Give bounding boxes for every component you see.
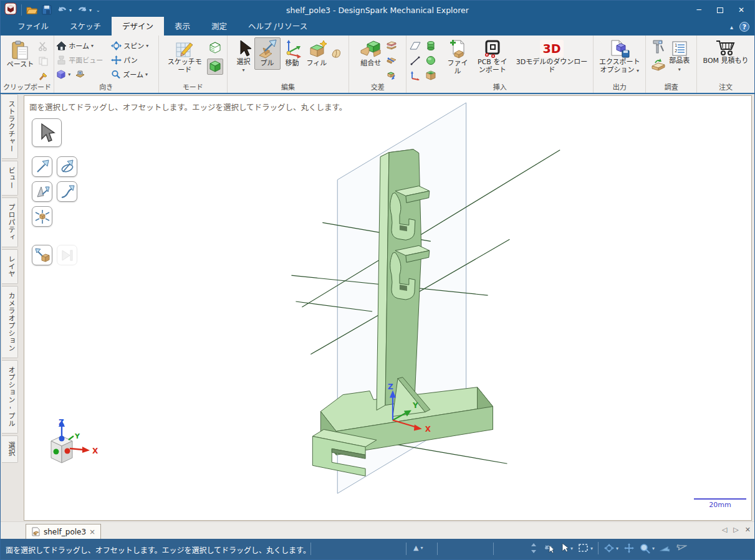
status-spinner-control[interactable] bbox=[531, 543, 537, 554]
zoom-status-dropdown-icon[interactable]: ▾ bbox=[652, 546, 655, 551]
selection-box-tool-icon[interactable]: ▾ bbox=[578, 543, 593, 553]
spin-tool-status-icon[interactable]: ▾ bbox=[604, 543, 618, 553]
construction-line[interactable] bbox=[392, 444, 507, 463]
insert-sphere-button[interactable] bbox=[424, 54, 438, 67]
previous-view-icon[interactable] bbox=[660, 543, 671, 553]
sidebar-tab-view[interactable]: ビュー bbox=[2, 161, 18, 196]
spin-button[interactable]: スピン▾ bbox=[111, 39, 156, 52]
plan-view-button[interactable]: 平面ビュー bbox=[56, 53, 111, 67]
mini-select-button[interactable] bbox=[32, 118, 62, 147]
export-options-button[interactable]: エクスポート オプション ▾ bbox=[596, 37, 643, 77]
sidebar-tab-properties[interactable]: プロパティ bbox=[2, 197, 18, 247]
prepare-analysis-button[interactable] bbox=[650, 57, 666, 73]
measure-button[interactable] bbox=[650, 39, 666, 55]
model-download-button[interactable]: 3D 3Dモデルのダウンロード bbox=[512, 37, 592, 77]
insert-axes-button[interactable] bbox=[408, 69, 422, 82]
tab-help[interactable]: ヘルプ /リソース bbox=[238, 17, 318, 36]
section-mode-button[interactable] bbox=[207, 40, 223, 56]
undo-dropdown-icon[interactable]: ▾ bbox=[69, 7, 72, 13]
orientation-triad[interactable]: Z Y X bbox=[45, 417, 113, 467]
blend-tool-button[interactable] bbox=[329, 46, 343, 60]
save-button[interactable] bbox=[42, 5, 52, 15]
bom-quote-button[interactable]: BOM 見積もり bbox=[700, 37, 752, 67]
sidebar-tab-camera-options[interactable]: カメラオプション bbox=[2, 286, 18, 358]
copy-button[interactable] bbox=[36, 54, 50, 68]
close-tab-icon[interactable]: ✕ bbox=[745, 526, 751, 534]
document-tab[interactable]: shelf_pole3 × bbox=[26, 524, 101, 539]
fill-tool-button[interactable]: フィル bbox=[304, 37, 330, 70]
select-status-dropdown-icon[interactable]: ▾ bbox=[570, 546, 573, 551]
tab-measure[interactable]: 測定 bbox=[201, 17, 238, 36]
mini-revolve-button[interactable] bbox=[57, 156, 77, 177]
redo-button[interactable]: ▾ bbox=[76, 5, 92, 15]
zoom-button[interactable]: ズーム▾ bbox=[111, 67, 156, 81]
pan-button[interactable]: パン bbox=[111, 53, 156, 67]
redo-dropdown-icon[interactable]: ▾ bbox=[89, 7, 92, 13]
document-tab-close-icon[interactable]: × bbox=[89, 528, 95, 536]
cut-button[interactable] bbox=[36, 39, 50, 53]
3d-viewport[interactable]: Z Y X 面を選択してドラッグし、オフセットします。エッジを選択してドラッグし… bbox=[24, 95, 752, 521]
solid-mode-button[interactable] bbox=[207, 59, 223, 75]
mini-pull-button[interactable] bbox=[32, 156, 52, 177]
mini-sweep-button[interactable] bbox=[57, 181, 77, 202]
sidebar-tab-layers[interactable]: レイヤ bbox=[2, 249, 18, 284]
next-tab-icon[interactable]: ▷ bbox=[733, 526, 738, 534]
mini-up-to-button[interactable] bbox=[57, 245, 77, 265]
tab-file[interactable]: ファイル bbox=[7, 17, 59, 36]
zoom-dropdown-icon[interactable]: ▾ bbox=[145, 72, 148, 77]
split-body-button[interactable] bbox=[385, 39, 398, 52]
app-logo-icon[interactable] bbox=[4, 2, 17, 17]
select-tool-button[interactable]: 選択 ▾ bbox=[233, 37, 254, 75]
select-dropdown-icon[interactable]: ▾ bbox=[243, 67, 245, 73]
mini-scale-button[interactable] bbox=[32, 206, 52, 227]
zoom-tool-status-icon[interactable]: ▾ bbox=[640, 543, 655, 554]
home-view-button[interactable]: ホーム▾ bbox=[56, 39, 111, 52]
view-cube-button[interactable]: ▾ bbox=[56, 67, 111, 81]
alert-dropdown-icon[interactable]: ▾ bbox=[420, 545, 423, 551]
format-painter-button[interactable] bbox=[36, 69, 50, 83]
undo-select-tool-icon[interactable] bbox=[542, 543, 555, 554]
undo-button[interactable]: ▾ bbox=[56, 5, 72, 15]
paste-button[interactable]: ペースト bbox=[4, 39, 36, 71]
status-alert-control[interactable]: ▲ ▾ bbox=[413, 544, 423, 552]
tab-sketch[interactable]: スケッチ bbox=[59, 17, 112, 36]
insert-plane-button[interactable] bbox=[408, 39, 422, 52]
sidebar-tab-selection[interactable]: 選択 bbox=[2, 435, 18, 463]
home-dropdown-icon[interactable]: ▾ bbox=[91, 43, 94, 49]
prev-tab-icon[interactable]: ◁ bbox=[722, 526, 727, 534]
mini-draft-button[interactable] bbox=[32, 181, 52, 202]
maximize-button[interactable] bbox=[709, 1, 731, 19]
pull-tool-button[interactable]: プル bbox=[254, 37, 281, 70]
view-cube-dropdown-icon[interactable]: ▾ bbox=[68, 72, 70, 77]
minimize-button[interactable]: ─ bbox=[688, 1, 709, 19]
pcb-import-button[interactable]: PCB をインポート bbox=[473, 37, 512, 77]
select-tool-status-icon[interactable]: ▾ bbox=[560, 543, 573, 554]
next-view-icon[interactable] bbox=[676, 543, 687, 553]
parts-table-button[interactable]: 12 部品表 ▾ bbox=[666, 39, 693, 75]
insert-file-button[interactable]: ファイル bbox=[443, 37, 473, 78]
sidebar-tab-options-pull[interactable]: オプション - プル bbox=[2, 360, 18, 434]
spin-status-dropdown-icon[interactable]: ▾ bbox=[616, 546, 618, 551]
spin-dropdown-icon[interactable]: ▾ bbox=[146, 43, 148, 49]
mini-direction-button[interactable] bbox=[32, 245, 52, 265]
insert-cylinder-button[interactable] bbox=[424, 39, 438, 52]
move-tool-button[interactable]: 移動 bbox=[281, 37, 304, 70]
sidebar-tab-structure[interactable]: ストラクチャー bbox=[2, 94, 18, 159]
parts-table-dropdown-icon[interactable]: ▾ bbox=[678, 67, 681, 72]
combine-button[interactable]: 組合せ bbox=[357, 37, 385, 70]
insert-shell-button[interactable] bbox=[424, 69, 438, 82]
selection-box-dropdown-icon[interactable]: ▾ bbox=[590, 546, 593, 551]
qat-customize-icon[interactable]: ⌄ bbox=[96, 7, 100, 13]
collapse-ribbon-icon[interactable]: ▴ bbox=[730, 24, 733, 31]
split-face-button[interactable] bbox=[385, 54, 398, 67]
insert-line-button[interactable] bbox=[408, 54, 422, 67]
tab-design[interactable]: デザイン bbox=[112, 17, 164, 36]
pan-tool-status-icon[interactable] bbox=[623, 543, 635, 553]
sketch-mode-button[interactable]: スケッチモード bbox=[162, 37, 207, 77]
close-button[interactable]: ✕ bbox=[731, 1, 752, 19]
tab-display[interactable]: 表示 bbox=[164, 17, 201, 36]
project-button[interactable] bbox=[385, 69, 398, 82]
export-dropdown-icon[interactable]: ▾ bbox=[637, 68, 639, 74]
help-icon[interactable]: ? bbox=[739, 22, 749, 32]
open-button[interactable] bbox=[26, 5, 37, 15]
